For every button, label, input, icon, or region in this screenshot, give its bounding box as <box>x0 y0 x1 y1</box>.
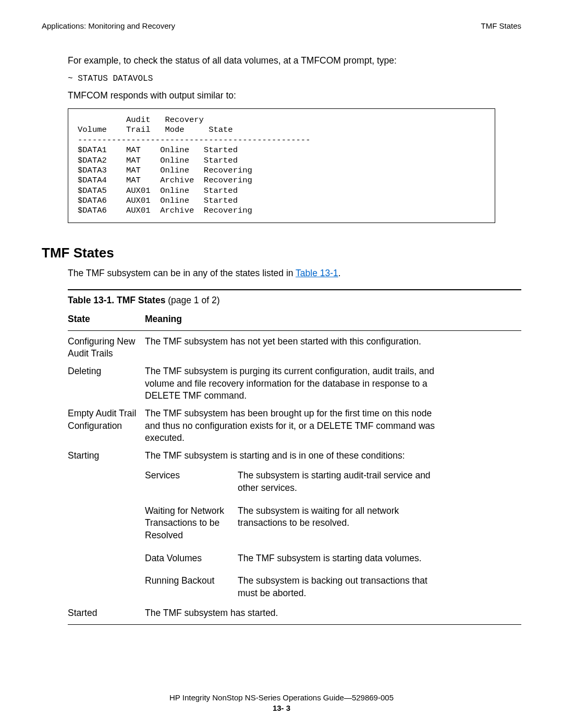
table-row: Deleting The TMF subsystem is purging it… <box>68 363 451 405</box>
table-row: Started The TMF subsystem has started. <box>68 604 451 622</box>
cell-state: Started <box>68 604 145 622</box>
table-subrow: Services The subsystem is starting audit… <box>68 464 451 499</box>
cell-state: Deleting <box>68 363 145 405</box>
col-header-meaning: Meaning <box>145 311 451 328</box>
cell-state: Configuring New Audit Trails <box>68 333 145 363</box>
subrow-label: Running Backout <box>145 572 238 602</box>
header-right: TMF States <box>481 21 521 31</box>
intro-paragraph-1: For example, to check the status of all … <box>68 55 521 67</box>
table-row: Starting The TMF subsystem is starting a… <box>68 447 451 465</box>
intro-paragraph-2: TMFCOM responds with output similar to: <box>68 90 521 102</box>
subrow-label: Services <box>145 467 238 497</box>
cell-state: Starting <box>68 447 145 465</box>
states-table: State Meaning <box>68 311 451 328</box>
table-title: Table 13-1. TMF States (page 1 of 2) <box>68 294 521 307</box>
table-subrow: Data Volumes The TMF subsystem is starti… <box>68 547 451 570</box>
table-subrow: Running Backout The subsystem is backing… <box>68 570 451 604</box>
command-line: ~ STATUS DATAVOLS <box>68 73 521 85</box>
subrow-text: The TMF subsystem is starting data volum… <box>238 550 426 567</box>
table-title-rest: (page 1 of 2) <box>165 295 219 305</box>
header-left: Applications: Monitoring and Recovery <box>42 21 175 31</box>
footer-page-number: 13- 3 <box>42 703 521 713</box>
section-para-before: The TMF subsystem can be in any of the s… <box>68 268 296 278</box>
cell-meaning: The TMF subsystem has not yet been start… <box>145 333 451 363</box>
cell-state: Empty Audit Trail Configuration <box>68 405 145 447</box>
subrow-label: Data Volumes <box>145 550 238 567</box>
table-link[interactable]: Table 13-1 <box>296 268 338 278</box>
footer-line1: HP Integrity NonStop NS-Series Operation… <box>42 693 521 703</box>
section-heading: TMF States <box>42 244 521 262</box>
states-table-body: Configuring New Audit Trails The TMF sub… <box>68 333 451 622</box>
cell-meaning: The TMF subsystem has been brought up fo… <box>145 405 451 447</box>
table-subrow: Waiting for Network Transactions to be R… <box>68 500 451 547</box>
cell-meaning: The TMF subsystem has started. <box>145 604 451 622</box>
table-top-rule <box>68 289 521 290</box>
subrow-text: The subsystem is waiting for all network… <box>238 502 447 545</box>
table-header-rule <box>68 330 521 331</box>
subrow-label: Waiting for Network Transactions to be R… <box>145 502 238 545</box>
section-para-after: . <box>338 268 341 278</box>
table-header-row: State Meaning <box>68 311 451 328</box>
page-header: Applications: Monitoring and Recovery TM… <box>42 21 521 31</box>
table-bottom-rule <box>68 624 521 625</box>
cell-meaning: The TMF subsystem is purging its current… <box>145 363 451 405</box>
cell-meaning-intro: The TMF subsystem is starting and is in … <box>145 447 451 465</box>
subrow-text: The subsystem is backing out transaction… <box>238 572 447 602</box>
page-footer: HP Integrity NonStop NS-Series Operation… <box>42 693 521 714</box>
table-row: Configuring New Audit Trails The TMF sub… <box>68 333 451 363</box>
terminal-output-box: Audit Recovery Volume Trail Mode State -… <box>68 108 495 223</box>
table-row: Empty Audit Trail Configuration The TMF … <box>68 405 451 447</box>
col-header-state: State <box>68 311 145 328</box>
table-title-bold: Table 13-1. TMF States <box>68 295 165 305</box>
section-paragraph: The TMF subsystem can be in any of the s… <box>68 267 521 280</box>
subrow-text: The subsystem is starting audit-trail se… <box>238 467 447 497</box>
